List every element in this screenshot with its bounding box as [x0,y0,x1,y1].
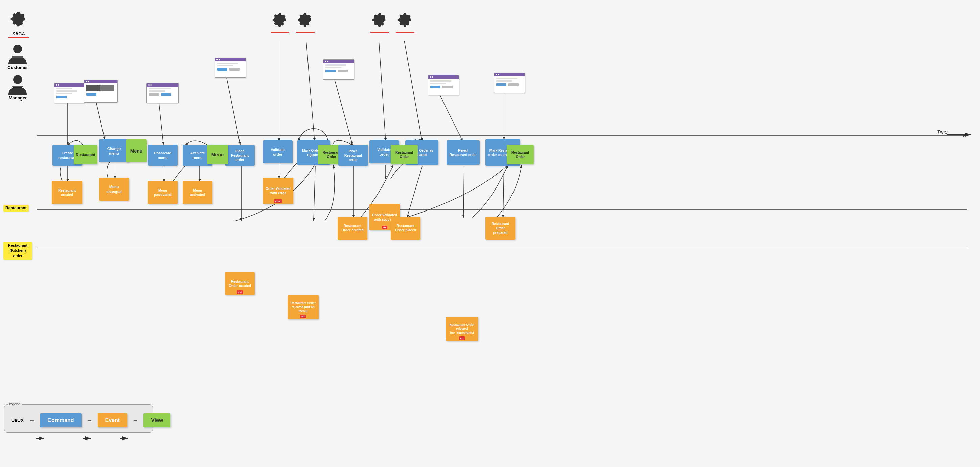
evt-restaurant-created: Restaurant created [52,181,82,204]
svg-line-8 [379,41,386,142]
customer-label: Customer [7,65,29,70]
view-restaurant-order-2: Restaurant Order [391,145,418,164]
svg-line-23 [313,166,315,221]
legend-arrow-3: → [132,417,138,424]
svg-line-28 [503,166,504,218]
svg-line-7 [306,41,315,142]
legend-box: legend UI/UX → Command → Event → View [4,405,153,433]
cmd-passivate-menu: Passivate menu [148,145,178,166]
saga-actor: SAGA [7,7,30,38]
svg-line-14 [333,75,353,145]
svg-line-11 [96,103,105,140]
svg-rect-33 [12,56,23,57]
svg-line-27 [463,166,464,218]
svg-line-12 [159,103,163,145]
evt-ro-placed: Restaurant Order placed [391,217,420,240]
evt-menu-passivated: Menu passivated [148,181,178,204]
saga-gear-3 [369,8,391,33]
svg-line-15 [438,91,463,142]
saga-gear-1 [269,8,291,33]
legend-uiux: UI/UX [11,418,24,423]
main-canvas: SAGA Customer Manager [0,0,980,467]
ui-mockup-place-order [215,57,246,78]
svg-rect-36 [12,86,23,87]
view-restaurant-order-3: Restaurant Order [507,145,534,164]
cmd-reject-restaurant-order: Reject Restaurant order [447,140,480,165]
cmd-validate-order-1: Validate order [263,140,293,163]
svg-line-26 [407,166,422,218]
evt-ro-prepared: Restaurant Order prepared [485,217,515,240]
evt-ro-rejected-ingredients: Restaurant Order rejected (no_ingredient… [446,317,478,341]
ui-mockup-mark-prepared [494,73,525,93]
view-menu-1: Menu [126,139,147,163]
manager-actor: Manager [7,73,29,100]
time-label: Time [937,129,948,135]
legend-command: Command [40,413,81,427]
ui-mockup-passivate-menu [146,83,178,103]
cmd-place-order-2: Place Restaurant order [338,145,368,166]
evt-ro-rejected-menu: Restaurant Order rejected (not on menu) … [288,295,319,319]
evt-order-validated-error: Order Validated with error error [263,178,293,204]
evt-ro-created-2: Restaurant Order created [337,217,368,240]
svg-point-32 [13,45,22,53]
restaurant-swimlane-label: Restaurant [3,205,29,212]
cmd-change-menu: Change menu [99,139,129,163]
ui-mockup-reject-order [428,75,459,96]
evt-ro-created-1: Restaurant Order created evt [225,272,255,295]
evt-menu-activated: Menu activated [183,181,212,204]
ui-mockup-place-order-2 [323,59,354,80]
view-restaurant: Restaurant [74,145,97,164]
svg-point-34 [13,75,22,84]
cmd-place-order-1: Place Restaurant order [225,145,255,166]
manager-label: Manager [7,96,29,100]
legend-title: legend [8,402,22,406]
svg-line-13 [226,75,240,145]
legend-arrow-2: → [87,417,93,424]
evt-menu-changed: Menu changed [99,178,129,201]
saga-gear-2 [294,8,316,33]
ui-mockup-change-menu [84,80,118,102]
svg-line-9 [404,41,422,142]
ui-mockup-create-restaurant [54,83,84,103]
legend-event: Event [98,413,127,427]
legend-arrow-1: → [29,417,35,424]
kitchen-swimlane-label: Restaurant (Kitchen) order [3,242,32,260]
saga-label: SAGA [7,31,30,36]
saga-gear-4 [394,8,416,33]
legend-view: View [143,413,170,427]
view-menu-2: Menu [207,145,228,164]
customer-actor: Customer [7,42,29,70]
